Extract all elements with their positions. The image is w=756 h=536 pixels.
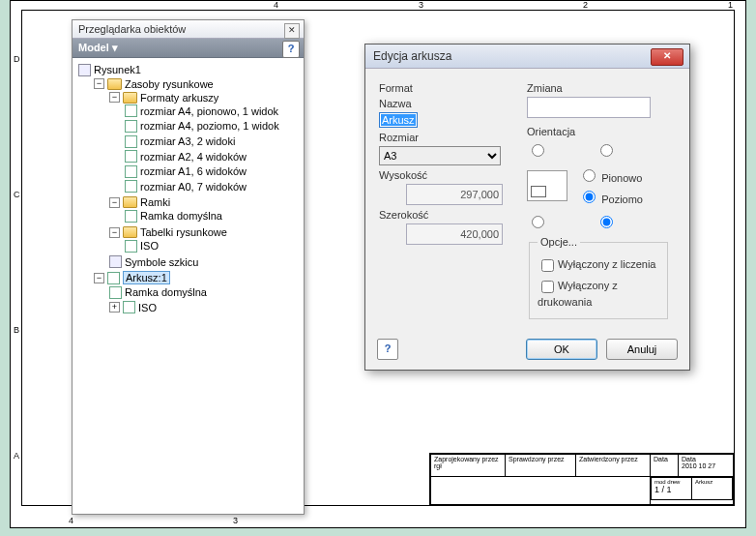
title-block: Zaprojekowany przezrgł Sprawdzony przez … (429, 453, 734, 505)
tree-item[interactable]: Symbole szkicu (125, 256, 198, 268)
cancel-button[interactable]: Anuluj (606, 339, 678, 360)
collapse-toggle[interactable]: − (94, 78, 104, 89)
orientation-heading: Orientacja (527, 126, 670, 137)
ruler-top: 1 (728, 0, 733, 10)
dialog-title-text: Edycja arkusza (373, 49, 451, 63)
dialog-titlebar[interactable]: Edycja arkusza ✕ (365, 45, 689, 69)
ruler-bottom: 4 (69, 516, 73, 525)
sheet-icon (125, 180, 137, 193)
panel-titlebar[interactable]: Przeglądarka obiektów ✕ (73, 20, 304, 39)
ruler-left: D (14, 54, 20, 64)
collapse-toggle[interactable]: − (109, 197, 120, 208)
collapse-toggle[interactable]: − (94, 273, 104, 283)
help-icon[interactable]: ? (377, 339, 398, 360)
tree-item[interactable]: rozmiar A4, poziomo, 1 widok (140, 120, 279, 132)
drawing-icon (78, 64, 91, 76)
exclude-print-checkbox[interactable] (541, 281, 554, 293)
frame-icon (125, 210, 137, 223)
name-label: Nazwa (379, 98, 524, 109)
tb-h: Data (682, 456, 696, 462)
sheet-icon (125, 150, 137, 163)
table-icon (125, 240, 137, 253)
tree-item[interactable]: ISO (140, 240, 159, 252)
orientation-preview (527, 170, 567, 201)
exclude-count-label: Wyłączony z liczenia (558, 258, 655, 270)
exclude-count-checkbox[interactable] (541, 259, 554, 272)
panel-subheader[interactable]: Model ▾ ? (73, 39, 304, 58)
change-field[interactable] (527, 97, 651, 118)
tb-h: Sprawdzony przez (506, 455, 576, 477)
close-icon[interactable]: ✕ (651, 48, 683, 66)
tree-root[interactable]: Rysunek1 (94, 64, 141, 75)
edit-sheet-dialog: Edycja arkusza ✕ Format Nazwa Arkusz Roz… (364, 44, 690, 371)
orient-radio-br[interactable] (600, 216, 613, 228)
tb-h: Zaprojekowany przez (434, 456, 499, 462)
height-field (406, 184, 503, 205)
name-field[interactable]: Arkusz (381, 114, 416, 126)
format-heading: Format (379, 82, 524, 94)
portrait-radio[interactable] (583, 169, 596, 182)
height-label: Wysokość (379, 169, 524, 181)
folder-icon (123, 226, 137, 238)
tree-item[interactable]: Tabelki rysunkowe (140, 226, 227, 238)
tree-item[interactable]: Zasoby rysunkowe (125, 78, 214, 90)
collapse-toggle[interactable]: − (109, 92, 120, 103)
portrait-label: Pionowo (601, 172, 642, 184)
ruler-left: B (14, 325, 19, 335)
tree-item[interactable]: Ramki (140, 196, 170, 208)
object-tree[interactable]: Rysunek1 −Zasoby rysunkowe −Formaty arku… (73, 58, 304, 511)
tree-item-selected[interactable]: Arkusz:1 (123, 271, 170, 284)
width-field (406, 223, 503, 245)
landscape-radio[interactable] (583, 191, 596, 203)
object-browser-panel: Przeglądarka obiektów ✕ Model ▾ ? Rysune… (72, 19, 305, 515)
tree-item[interactable]: Ramka domyślna (125, 286, 207, 298)
ruler-top: 4 (274, 0, 278, 10)
ruler-top: 3 (419, 0, 423, 10)
sheet-icon (125, 104, 137, 117)
tree-item[interactable]: ISO (138, 302, 157, 313)
ruler-bottom: 3 (233, 516, 238, 525)
sheet-icon (107, 272, 120, 284)
folder-icon (123, 92, 137, 104)
sheet-icon (125, 165, 137, 178)
orient-radio-tl[interactable] (532, 144, 544, 157)
sheet-icon (125, 135, 137, 148)
subheader-text: Model (78, 42, 109, 53)
folder-icon (107, 78, 122, 90)
tree-item[interactable]: rozmiar A2, 4 widoków (140, 151, 247, 163)
collapse-toggle[interactable]: − (109, 227, 120, 238)
ruler-top: 2 (583, 0, 588, 10)
name-input-wrap: Arkusz (379, 112, 418, 128)
symbols-icon (109, 255, 122, 268)
landscape-label: Poziomo (601, 194, 643, 205)
ruler-left: C (14, 190, 20, 199)
orient-radio-tr[interactable] (600, 144, 613, 157)
tree-item[interactable]: rozmiar A0, 7 widoków (140, 181, 247, 193)
folder-icon (123, 196, 137, 208)
expand-toggle[interactable]: + (109, 302, 120, 313)
width-label: Szerokość (379, 209, 524, 221)
size-select[interactable]: A3 (379, 146, 501, 165)
tree-item[interactable]: rozmiar A4, pionowo, 1 widok (140, 105, 278, 117)
sheet-icon (125, 120, 137, 133)
orient-radio-bl[interactable] (532, 216, 544, 228)
tb-h: Zatwierdzony przez (576, 455, 651, 477)
ok-button[interactable]: OK (526, 339, 597, 360)
tree-item[interactable]: Formaty arkuszy (140, 92, 218, 104)
options-group: Opcje... Wyłączony z liczenia Wyłączony … (529, 236, 668, 319)
change-heading: Zmiana (527, 82, 670, 94)
tree-item[interactable]: Ramka domyślna (140, 211, 222, 223)
options-heading: Opcje... (538, 236, 580, 248)
frame-icon (109, 286, 122, 299)
help-icon[interactable]: ? (282, 41, 300, 58)
table-icon (123, 301, 135, 313)
close-icon[interactable]: ✕ (284, 23, 300, 39)
ruler-left: A (14, 451, 19, 461)
panel-title-text: Przeglądarka obiektów (78, 23, 186, 35)
size-label: Rozmiar (379, 132, 524, 143)
tree-item[interactable]: rozmiar A3, 2 widoki (140, 135, 235, 147)
tb-h: Data (651, 455, 679, 477)
tree-item[interactable]: rozmiar A1, 6 widoków (140, 165, 247, 177)
